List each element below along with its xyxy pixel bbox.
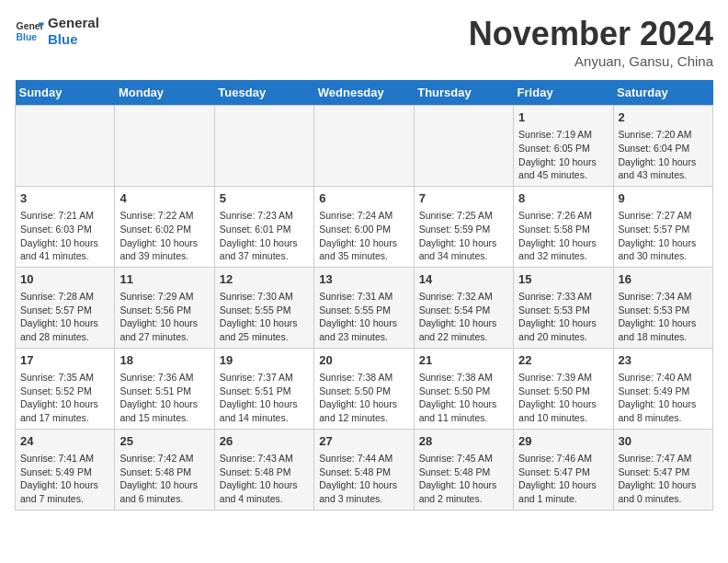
day-number: 5 [220, 190, 309, 207]
day-number: 9 [619, 190, 708, 207]
day-number: 19 [220, 352, 309, 369]
day-info: Sunrise: 7:25 AM Sunset: 5:59 PM Dayligh… [419, 209, 508, 263]
logo: General Blue General Blue [15, 15, 99, 48]
day-info: Sunrise: 7:20 AM Sunset: 6:04 PM Dayligh… [619, 128, 708, 182]
day-number: 6 [319, 190, 408, 207]
weekday-sunday: Sunday [16, 80, 115, 106]
page-header: General Blue General Blue November 2024 … [15, 15, 713, 69]
day-info: Sunrise: 7:34 AM Sunset: 5:53 PM Dayligh… [619, 290, 708, 344]
day-cell [214, 106, 313, 187]
day-info: Sunrise: 7:46 AM Sunset: 5:47 PM Dayligh… [518, 452, 608, 506]
day-cell: 8Sunrise: 7:26 AM Sunset: 5:58 PM Daylig… [514, 186, 613, 267]
day-number: 3 [20, 190, 109, 207]
day-info: Sunrise: 7:38 AM Sunset: 5:50 PM Dayligh… [419, 371, 508, 425]
day-number: 24 [20, 433, 109, 450]
day-info: Sunrise: 7:26 AM Sunset: 5:58 PM Dayligh… [518, 209, 608, 263]
day-info: Sunrise: 7:28 AM Sunset: 5:57 PM Dayligh… [20, 290, 109, 344]
day-info: Sunrise: 7:24 AM Sunset: 6:00 PM Dayligh… [319, 209, 408, 263]
day-number: 12 [220, 271, 309, 288]
day-number: 16 [619, 271, 708, 288]
day-info: Sunrise: 7:44 AM Sunset: 5:48 PM Dayligh… [319, 452, 408, 506]
day-cell: 10Sunrise: 7:28 AM Sunset: 5:57 PM Dayli… [16, 267, 115, 348]
day-number: 22 [518, 352, 608, 369]
day-cell: 27Sunrise: 7:44 AM Sunset: 5:48 PM Dayli… [314, 429, 414, 510]
location-subtitle: Anyuan, Gansu, China [469, 53, 713, 69]
weekday-tuesday: Tuesday [214, 80, 313, 106]
day-info: Sunrise: 7:32 AM Sunset: 5:54 PM Dayligh… [419, 290, 508, 344]
day-cell: 15Sunrise: 7:33 AM Sunset: 5:53 PM Dayli… [514, 267, 613, 348]
day-cell: 9Sunrise: 7:27 AM Sunset: 5:57 PM Daylig… [613, 186, 712, 267]
day-cell [16, 106, 115, 187]
day-number: 20 [319, 352, 408, 369]
weekday-monday: Monday [115, 80, 214, 106]
day-number: 4 [119, 190, 209, 207]
day-number: 17 [20, 352, 109, 369]
calendar-body: 1Sunrise: 7:19 AM Sunset: 6:05 PM Daylig… [16, 106, 713, 511]
day-info: Sunrise: 7:36 AM Sunset: 5:51 PM Dayligh… [119, 371, 209, 425]
day-cell: 21Sunrise: 7:38 AM Sunset: 5:50 PM Dayli… [414, 348, 513, 429]
day-info: Sunrise: 7:45 AM Sunset: 5:48 PM Dayligh… [419, 452, 508, 506]
day-info: Sunrise: 7:31 AM Sunset: 5:55 PM Dayligh… [319, 290, 408, 344]
day-cell: 1Sunrise: 7:19 AM Sunset: 6:05 PM Daylig… [514, 106, 613, 187]
weekday-friday: Friday [514, 80, 613, 106]
week-row-1: 1Sunrise: 7:19 AM Sunset: 6:05 PM Daylig… [16, 106, 713, 187]
day-cell: 23Sunrise: 7:40 AM Sunset: 5:49 PM Dayli… [613, 348, 712, 429]
day-number: 2 [619, 109, 708, 126]
day-cell: 5Sunrise: 7:23 AM Sunset: 6:01 PM Daylig… [214, 186, 313, 267]
day-cell: 12Sunrise: 7:30 AM Sunset: 5:55 PM Dayli… [214, 267, 313, 348]
day-cell: 26Sunrise: 7:43 AM Sunset: 5:48 PM Dayli… [214, 429, 313, 510]
day-cell: 2Sunrise: 7:20 AM Sunset: 6:04 PM Daylig… [613, 106, 712, 187]
day-cell: 25Sunrise: 7:42 AM Sunset: 5:48 PM Dayli… [115, 429, 214, 510]
day-cell [314, 106, 414, 187]
day-info: Sunrise: 7:38 AM Sunset: 5:50 PM Dayligh… [319, 371, 408, 425]
day-number: 26 [220, 433, 309, 450]
week-row-3: 10Sunrise: 7:28 AM Sunset: 5:57 PM Dayli… [16, 267, 713, 348]
weekday-wednesday: Wednesday [314, 80, 414, 106]
day-cell [115, 106, 214, 187]
day-cell: 17Sunrise: 7:35 AM Sunset: 5:52 PM Dayli… [16, 348, 115, 429]
day-cell: 28Sunrise: 7:45 AM Sunset: 5:48 PM Dayli… [414, 429, 513, 510]
day-info: Sunrise: 7:30 AM Sunset: 5:55 PM Dayligh… [220, 290, 309, 344]
day-info: Sunrise: 7:37 AM Sunset: 5:51 PM Dayligh… [220, 371, 309, 425]
day-info: Sunrise: 7:21 AM Sunset: 6:03 PM Dayligh… [20, 209, 109, 263]
day-number: 15 [518, 271, 608, 288]
weekday-saturday: Saturday [613, 80, 712, 106]
day-number: 7 [419, 190, 508, 207]
day-number: 18 [119, 352, 209, 369]
calendar-table: SundayMondayTuesdayWednesdayThursdayFrid… [15, 80, 713, 511]
day-number: 27 [319, 433, 408, 450]
day-info: Sunrise: 7:39 AM Sunset: 5:50 PM Dayligh… [518, 371, 608, 425]
day-info: Sunrise: 7:40 AM Sunset: 5:49 PM Dayligh… [619, 371, 708, 425]
logo-general: General [48, 15, 99, 31]
day-info: Sunrise: 7:42 AM Sunset: 5:48 PM Dayligh… [119, 452, 209, 506]
day-info: Sunrise: 7:19 AM Sunset: 6:05 PM Dayligh… [518, 128, 608, 182]
day-cell: 11Sunrise: 7:29 AM Sunset: 5:56 PM Dayli… [115, 267, 214, 348]
day-number: 1 [518, 109, 608, 126]
day-cell: 13Sunrise: 7:31 AM Sunset: 5:55 PM Dayli… [314, 267, 414, 348]
day-number: 25 [119, 433, 209, 450]
day-info: Sunrise: 7:27 AM Sunset: 5:57 PM Dayligh… [619, 209, 708, 263]
day-cell: 19Sunrise: 7:37 AM Sunset: 5:51 PM Dayli… [214, 348, 313, 429]
day-cell: 24Sunrise: 7:41 AM Sunset: 5:49 PM Dayli… [16, 429, 115, 510]
day-info: Sunrise: 7:41 AM Sunset: 5:49 PM Dayligh… [20, 452, 109, 506]
logo-blue: Blue [48, 31, 99, 48]
svg-text:Blue: Blue [17, 32, 38, 42]
day-info: Sunrise: 7:47 AM Sunset: 5:47 PM Dayligh… [619, 452, 708, 506]
month-title: November 2024 [469, 15, 713, 53]
day-info: Sunrise: 7:29 AM Sunset: 5:56 PM Dayligh… [119, 290, 209, 344]
day-number: 14 [419, 271, 508, 288]
day-cell: 16Sunrise: 7:34 AM Sunset: 5:53 PM Dayli… [613, 267, 712, 348]
day-info: Sunrise: 7:33 AM Sunset: 5:53 PM Dayligh… [518, 290, 608, 344]
day-cell: 6Sunrise: 7:24 AM Sunset: 6:00 PM Daylig… [314, 186, 414, 267]
week-row-4: 17Sunrise: 7:35 AM Sunset: 5:52 PM Dayli… [16, 348, 713, 429]
day-cell: 4Sunrise: 7:22 AM Sunset: 6:02 PM Daylig… [115, 186, 214, 267]
title-block: November 2024 Anyuan, Gansu, China [469, 15, 713, 69]
weekday-thursday: Thursday [414, 80, 513, 106]
day-cell: 22Sunrise: 7:39 AM Sunset: 5:50 PM Dayli… [514, 348, 613, 429]
day-cell: 7Sunrise: 7:25 AM Sunset: 5:59 PM Daylig… [414, 186, 513, 267]
week-row-5: 24Sunrise: 7:41 AM Sunset: 5:49 PM Dayli… [16, 429, 713, 510]
day-number: 13 [319, 271, 408, 288]
day-number: 10 [20, 271, 109, 288]
day-number: 8 [518, 190, 608, 207]
day-info: Sunrise: 7:43 AM Sunset: 5:48 PM Dayligh… [220, 452, 309, 506]
